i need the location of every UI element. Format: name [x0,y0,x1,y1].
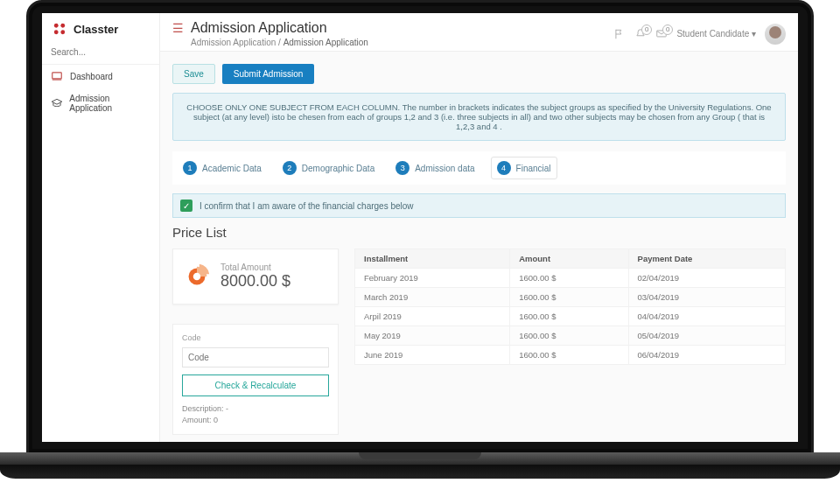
sidebar-search[interactable] [42,43,159,65]
pie-chart-icon [182,262,212,291]
sidebar-item-admission[interactable]: Admission Application [42,88,159,119]
brand-icon [51,20,68,38]
save-button[interactable]: Save [172,64,215,84]
total-label: Total Amount [220,262,290,272]
step-tabs: 1 Academic Data 2 Demographic Data 3 Adm… [172,151,786,185]
description-value: - [226,404,228,413]
svg-rect-5 [52,73,62,79]
table-row: Arpil 2019 1600.00 $ 04/04/2019 [355,307,786,326]
tab-admission[interactable]: 3 Admission data [390,157,480,179]
breadcrumb: Admission Application / Admission Applic… [191,38,368,47]
submit-button[interactable]: Submit Admission [222,64,314,84]
laptop-base [0,452,840,479]
installments-table: Installment Amount Payment Date February… [354,248,786,365]
page-title: Admission Application [191,20,368,36]
amount-value: 0 [214,416,218,424]
sidebar-item-label: Admission Application [69,94,150,113]
graduation-icon [51,98,64,108]
th-date: Payment Date [628,249,785,269]
table-row: June 2019 1600.00 $ 06/04/2019 [355,346,786,365]
check-icon[interactable]: ✓ [180,200,192,212]
breadcrumb-root[interactable]: Admission Application [191,38,276,47]
code-input[interactable] [182,347,329,368]
section-title-price: Price List [172,225,786,240]
bell-badge: 0 [641,24,652,35]
total-amount: 8000.00 $ [220,272,290,290]
page-header: ☰ Admission Application Admission Applic… [160,13,798,52]
flag-icon[interactable] [613,28,626,40]
sidebar-item-dashboard[interactable]: Dashboard [42,65,159,88]
tab-academic[interactable]: 1 Academic Data [178,157,267,179]
svg-rect-4 [58,27,62,32]
form-actions: Save Submit Admission [172,64,786,84]
description-label: Description: [182,404,224,413]
total-amount-card: Total Amount 8000.00 $ [172,248,339,304]
menu-toggle-icon[interactable]: ☰ [172,20,184,36]
sidebar: Classter Dashboard Admission Application [42,13,160,442]
bell-icon[interactable]: 0 [634,28,647,40]
sidebar-item-label: Dashboard [70,72,113,81]
amount-label: Amount: [182,416,212,424]
breadcrumb-current: Admission Application [284,38,368,47]
table-row: May 2019 1600.00 $ 05/04/2019 [355,326,786,346]
check-recalculate-button[interactable]: Check & Recalculate [182,374,329,396]
code-panel: Code Check & Recalculate Description: - … [172,324,339,435]
tab-demographic[interactable]: 2 Demographic Data [277,157,380,179]
th-amount: Amount [510,249,628,269]
brand-name: Classter [74,23,118,36]
tab-financial[interactable]: 4 Financial [491,157,557,179]
th-installment: Installment [355,249,510,269]
confirm-checkbox-row[interactable]: ✓ I confirm that I am aware of the finan… [172,193,786,218]
avatar[interactable] [765,24,786,45]
info-banner: CHOOSE ONLY ONE SUBJECT FROM EACH COLUMN… [172,93,786,141]
svg-point-9 [193,273,201,281]
search-input[interactable] [51,47,150,57]
dashboard-icon [51,71,65,81]
message-icon[interactable]: 0 [655,28,668,40]
brand-logo: Classter [42,13,159,43]
user-menu[interactable]: Student Candidate ▾ [676,29,756,38]
table-row: March 2019 1600.00 $ 03/04/2019 [355,288,786,307]
code-label: Code [182,333,329,342]
confirm-label: I confirm that I am aware of the financi… [200,201,414,211]
message-badge: 0 [662,24,673,35]
main-area: ☰ Admission Application Admission Applic… [160,13,798,442]
table-row: February 2019 1600.00 $ 02/04/2019 [355,269,786,288]
